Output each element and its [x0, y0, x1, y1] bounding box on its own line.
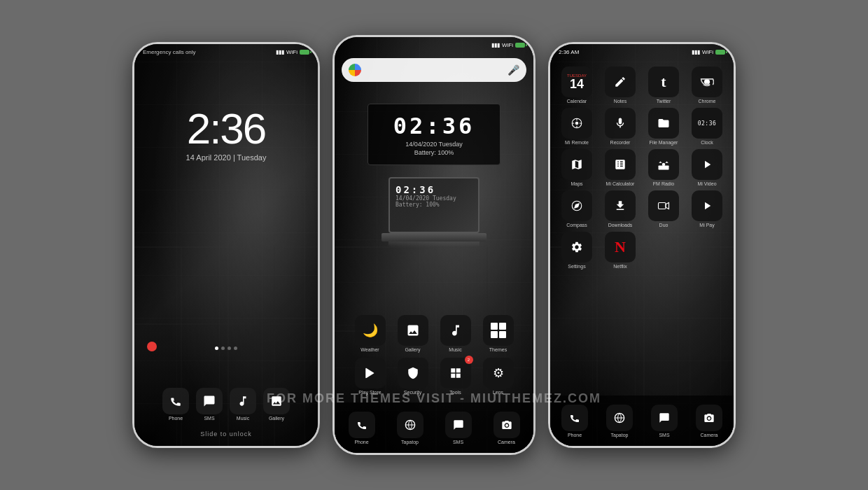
slide-to-unlock[interactable]: Slide to unlock [134, 426, 318, 446]
themes-label: Themes [489, 347, 507, 352]
phone-left: Emergency calls only ▮▮▮ WiFi 2:36 14 Ap… [132, 42, 320, 448]
compass-label: Compass [566, 223, 587, 227]
mid-row-2: Play Store Security 2 Tools [339, 358, 529, 395]
right-row-2: Mi Remote Recorder File Manager [554, 108, 729, 145]
music-icon-mid [440, 315, 471, 346]
right-dock-phone-icon [561, 405, 588, 431]
maps-app[interactable]: Maps [556, 149, 597, 186]
dock-camera-icon [493, 412, 520, 438]
calendar-icon: Tuesday 14 [561, 66, 592, 97]
tools-icon: 2 [440, 358, 471, 388]
battery-icon [300, 50, 309, 55]
dock-sms[interactable]: SMS [196, 388, 223, 421]
dock-phone-mid[interactable]: Phone [342, 412, 381, 444]
right-row-5: Settings N Netflix [554, 232, 729, 269]
tools-app[interactable]: 2 Tools [436, 358, 475, 395]
duo-app[interactable]: Duo [643, 190, 684, 227]
filemanager-app[interactable]: File Manager [643, 108, 684, 145]
dock-camera-mid[interactable]: Camera [487, 412, 526, 444]
clock-app[interactable]: 02:36 Clock [687, 108, 727, 145]
music-app[interactable]: Music [436, 315, 475, 352]
twitter-app[interactable]: t Twitter [643, 66, 684, 104]
downloads-icon [605, 190, 636, 221]
right-signal-icon: ▮▮▮ [692, 49, 700, 55]
notes-app[interactable]: Notes [600, 66, 640, 104]
netflix-label: Netflix [613, 264, 626, 269]
right-dock-sms[interactable]: SMS [647, 405, 682, 438]
dock-browser-mid[interactable]: Tapatop [391, 412, 429, 444]
mid-status-icons: ▮▮▮ WiFi [491, 42, 525, 48]
mid-battery-icon [515, 43, 525, 48]
svg-point-37 [708, 416, 710, 419]
recorder-app[interactable]: Recorder [600, 108, 640, 145]
calendar-app[interactable]: Tuesday 14 Calendar [556, 66, 597, 104]
right-row-3: Maps Mi Calculator FM Radio [554, 149, 729, 186]
compass-icon [561, 190, 592, 221]
dock-camera-label: Camera [498, 440, 515, 444]
dock-phone[interactable]: Phone [162, 388, 189, 421]
phone-right: 2:36 AM ▮▮▮ WiFi Tuesday 14 [548, 42, 736, 448]
right-row-4: Compass Downloads Duo [554, 190, 729, 227]
mipay-app[interactable]: Mi Pay [687, 190, 727, 227]
miremote-app[interactable]: Mi Remote [556, 108, 597, 145]
duo-icon [648, 190, 679, 221]
downloads-label: Downloads [608, 223, 633, 227]
clock-icon: 02:36 [692, 108, 722, 139]
mic-icon[interactable]: 🎤 [507, 64, 519, 76]
gallery-app[interactable]: Gallery [393, 315, 432, 352]
watermark: FOR MORE THEMES VISIT - MIUITHEMEZ.COM [267, 391, 601, 406]
emergency-text: Emergency calls only [143, 49, 196, 55]
settings-label: Settings [568, 264, 585, 269]
right-dock-browser-icon [606, 405, 633, 431]
dock-sms-mid[interactable]: SMS [439, 412, 477, 444]
themes-icon [483, 315, 514, 346]
right-time: 2:36 AM [559, 49, 579, 55]
right-battery-icon [715, 50, 725, 55]
left-status-bar: Emergency calls only ▮▮▮ WiFi [134, 44, 318, 59]
weather-app[interactable]: 🌙 Weather [351, 315, 389, 352]
miremote-label: Mi Remote [565, 140, 589, 145]
right-dock-sms-label: SMS [659, 433, 669, 438]
svg-point-16 [505, 424, 508, 426]
dock-phone-label: Phone [354, 440, 368, 444]
right-dock-browser[interactable]: Tapatop [602, 405, 637, 438]
dock-music[interactable]: Music [230, 388, 256, 421]
calculator-app[interactable]: Mi Calculator [600, 149, 640, 186]
chrome-icon [692, 66, 722, 97]
notes-icon [605, 66, 636, 97]
compass-app[interactable]: Compass [556, 190, 597, 227]
filemanager-label: File Manager [650, 140, 678, 145]
maps-icon [561, 149, 592, 180]
netflix-app[interactable]: N Netflix [600, 232, 640, 269]
right-dock-camera[interactable]: Camera [692, 405, 727, 438]
music-icon [230, 388, 256, 414]
mipay-icon [692, 190, 722, 221]
lens-app[interactable]: ⚙ Lens [479, 358, 517, 395]
netflix-icon: N [605, 232, 636, 262]
mid-signal-icon: ▮▮▮ [491, 42, 500, 48]
music-label: Music [237, 416, 249, 421]
mivideo-app[interactable]: Mi Video [687, 149, 727, 186]
widget-time: 02:36 [377, 113, 491, 139]
chrome-app[interactable]: Chrome [687, 66, 727, 104]
playstore-app[interactable]: Play Store [351, 358, 389, 395]
notes-label: Notes [614, 99, 626, 104]
right-status-bar: 2:36 AM ▮▮▮ WiFi [550, 44, 734, 59]
right-dock-phone[interactable]: Phone [557, 405, 592, 438]
phone-left-screen: Emergency calls only ▮▮▮ WiFi 2:36 14 Ap… [134, 44, 318, 446]
downloads-app[interactable]: Downloads [600, 190, 640, 227]
mid-wifi-icon: WiFi [502, 42, 513, 48]
fmradio-app[interactable]: FM Radio [643, 149, 684, 186]
clock-time: 2:36 [134, 107, 318, 150]
search-bar[interactable]: 🎤 [342, 58, 526, 82]
phones-wrapper: Emergency calls only ▮▮▮ WiFi 2:36 14 Ap… [0, 0, 868, 490]
record-button[interactable] [147, 342, 157, 351]
themes-app[interactable]: Themes [479, 315, 517, 352]
phone-label: Phone [169, 416, 183, 421]
google-logo [349, 64, 361, 76]
mid-app-grid: 🌙 Weather Gallery Music [339, 315, 529, 400]
right-row-1: Tuesday 14 Calendar Notes [554, 66, 729, 104]
security-app[interactable]: Security [393, 358, 432, 395]
gallery-label-mid: Gallery [405, 347, 420, 352]
settings-app[interactable]: Settings [556, 232, 597, 269]
